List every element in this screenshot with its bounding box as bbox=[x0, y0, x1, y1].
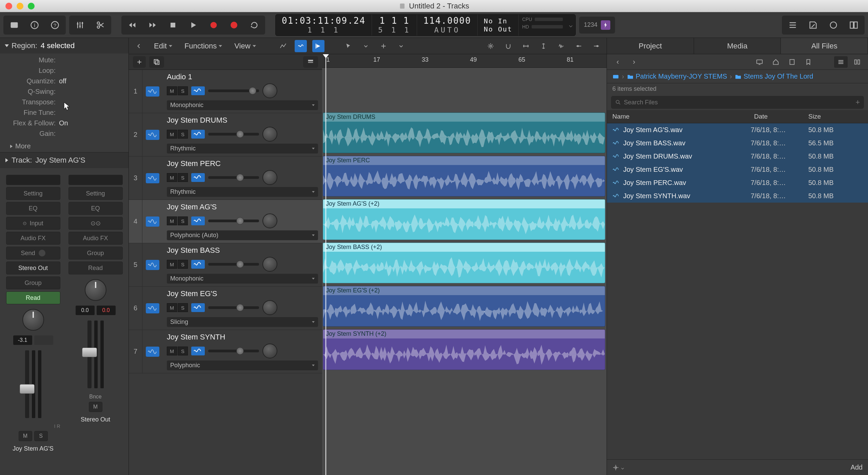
bookmark-icon[interactable] bbox=[802, 56, 815, 68]
lcd-display[interactable]: 01:03:11:09.24 1 1 1 1 1 1 5 1 1 114.000… bbox=[275, 14, 576, 36]
volume-slider[interactable] bbox=[208, 220, 259, 222]
capture-record-button[interactable] bbox=[224, 17, 244, 34]
v-zoom-slider-icon[interactable] bbox=[590, 40, 603, 52]
flex-enable-button[interactable] bbox=[191, 260, 205, 269]
mute-button[interactable]: M bbox=[167, 86, 177, 95]
setting-slot[interactable]: Setting bbox=[6, 187, 60, 200]
automation-mode-slot[interactable]: Read bbox=[6, 291, 60, 304]
solo-button[interactable]: S bbox=[34, 431, 48, 441]
flex-enable-button[interactable] bbox=[191, 347, 205, 355]
flex-enable-button[interactable] bbox=[191, 130, 205, 139]
region-disclosure[interactable]: Region: 4 selected bbox=[0, 38, 129, 54]
add-tool-icon[interactable] bbox=[377, 40, 390, 52]
fader[interactable] bbox=[13, 347, 54, 421]
project-icon[interactable] bbox=[785, 56, 799, 68]
chevron-down-icon[interactable] bbox=[360, 40, 372, 52]
mute-button[interactable]: M bbox=[19, 431, 32, 441]
view-menu[interactable]: View bbox=[231, 40, 259, 52]
nav-back-button[interactable]: ‹ bbox=[611, 56, 625, 68]
breadcrumb[interactable]: ›Patrick Mayberry-JOY STEMS›Stems Joy Of… bbox=[607, 70, 868, 83]
file-row[interactable]: Joy Stem PERC.wav 7/6/18, 8:… 50.8 MB bbox=[607, 176, 868, 189]
stereo-link-icon[interactable]: ⊙⊙ bbox=[68, 217, 123, 230]
group-slot[interactable]: Group bbox=[6, 276, 60, 289]
audio-region[interactable]: Joy Stem BASS (+2) bbox=[323, 243, 605, 283]
duplicate-track-button[interactable] bbox=[149, 56, 164, 68]
audio-region[interactable]: Joy Stem EG'S (+2) bbox=[323, 286, 605, 327]
pan-knob[interactable] bbox=[22, 309, 44, 331]
home-icon[interactable] bbox=[769, 56, 783, 68]
setting-slot[interactable]: Setting bbox=[68, 187, 123, 200]
fader[interactable] bbox=[75, 317, 116, 392]
browsers-button[interactable] bbox=[844, 17, 864, 34]
flex-mode-dropdown[interactable]: Polyphonic (Auto) bbox=[167, 230, 318, 240]
pointer-tool-icon[interactable] bbox=[342, 40, 354, 52]
waveform-zoom-icon[interactable] bbox=[555, 40, 567, 52]
file-row[interactable]: Joy Stem BASS.wav 7/6/18, 8:… 56.5 MB bbox=[607, 137, 868, 150]
file-row[interactable]: Joy Stem SYNTH.wav 7/6/18, 8:… 50.8 MB bbox=[607, 189, 868, 203]
solo-button[interactable]: S bbox=[178, 347, 188, 355]
library-button[interactable] bbox=[4, 17, 24, 34]
setting-slot[interactable] bbox=[6, 175, 60, 185]
forward-button[interactable] bbox=[143, 17, 162, 34]
file-row[interactable]: Joy Stem AG'S.wav 7/6/18, 8:… 50.8 MB bbox=[607, 123, 868, 137]
track-header[interactable]: 3 Joy Stem PERC MS Rhythmic bbox=[129, 157, 322, 200]
volume-slider[interactable] bbox=[208, 263, 259, 266]
inspector-param-row[interactable]: Q-Swing: bbox=[8, 86, 120, 97]
file-row[interactable]: Joy Stem DRUMS.wav 7/6/18, 8:… 50.8 MB bbox=[607, 150, 868, 163]
global-tracks-button[interactable] bbox=[303, 56, 318, 68]
volume-slider[interactable] bbox=[208, 176, 259, 179]
master-tempo-button[interactable]: 1234 bbox=[579, 17, 615, 34]
pan-knob[interactable] bbox=[262, 170, 277, 185]
flex-mode-dropdown[interactable]: Rhythmic bbox=[167, 144, 318, 153]
loops-button[interactable] bbox=[824, 17, 843, 34]
cycle-button[interactable] bbox=[244, 17, 264, 34]
track-header[interactable]: 2 Joy Stem DRUMS MS Rhythmic bbox=[129, 113, 322, 157]
flex-enable-button[interactable] bbox=[191, 86, 205, 95]
flex-mode-dropdown[interactable]: Monophonic bbox=[167, 100, 318, 110]
audio-region[interactable]: Joy Stem PERC bbox=[323, 156, 605, 197]
audio-region[interactable]: Joy Stem DRUMS bbox=[323, 112, 605, 153]
browser-tab[interactable]: Project bbox=[607, 38, 694, 54]
automation-mode-slot[interactable]: Read bbox=[68, 262, 123, 274]
mute-button[interactable]: M bbox=[167, 173, 177, 182]
volume-slider[interactable] bbox=[208, 350, 259, 352]
pan-knob[interactable] bbox=[262, 344, 277, 358]
inspector-param-row[interactable]: Gain: bbox=[8, 128, 120, 139]
ruler[interactable]: 11733496581 bbox=[322, 54, 607, 68]
output-slot[interactable]: Stereo Out bbox=[6, 262, 60, 274]
pan-knob[interactable] bbox=[262, 127, 277, 142]
file-header-row[interactable]: Name Date Size bbox=[607, 110, 868, 123]
browser-tab[interactable]: All Files bbox=[781, 38, 868, 54]
solo-button[interactable]: S bbox=[178, 216, 188, 225]
h-zoom-slider-icon[interactable] bbox=[573, 40, 585, 52]
playhead[interactable] bbox=[326, 54, 326, 475]
help-button[interactable]: ? bbox=[45, 17, 65, 34]
mute-button[interactable]: M bbox=[167, 260, 177, 269]
inspector-param-row[interactable]: Quantize: off bbox=[8, 76, 120, 86]
volume-slider[interactable] bbox=[208, 306, 259, 309]
volume-slider[interactable] bbox=[208, 89, 259, 92]
mute-button[interactable]: M bbox=[167, 130, 177, 139]
solo-button[interactable]: S bbox=[178, 303, 188, 312]
back-icon[interactable] bbox=[133, 40, 145, 52]
arrange-area[interactable]: 11733496581 Joy Stem DRUMS Joy Stem PERC… bbox=[322, 54, 607, 475]
pan-knob[interactable] bbox=[262, 300, 277, 315]
input-slot[interactable]: ⊙Input bbox=[6, 217, 60, 230]
flex-mode-dropdown[interactable]: Rhythmic bbox=[167, 187, 318, 197]
mixer-button[interactable] bbox=[70, 17, 90, 34]
bounce-label[interactable]: Bnce bbox=[89, 394, 101, 400]
search-input[interactable]: Search Files + bbox=[611, 96, 864, 109]
flex-mode-dropdown[interactable]: Slicing bbox=[167, 317, 318, 327]
zoom-h-icon[interactable] bbox=[520, 40, 532, 52]
more-disclosure[interactable]: More bbox=[0, 140, 129, 152]
pan-knob[interactable] bbox=[262, 83, 277, 98]
audio-region[interactable]: Joy Stem AG'S (+2) bbox=[323, 199, 605, 240]
add-track-button[interactable]: + bbox=[133, 56, 146, 68]
scissors-button[interactable] bbox=[91, 17, 110, 34]
breadcrumb-item[interactable]: Patrick Mayberry-JOY STEMS bbox=[627, 73, 727, 80]
audiofx-slot[interactable]: Audio FX bbox=[68, 232, 123, 245]
gear-icon[interactable] bbox=[485, 40, 497, 52]
column-view-button[interactable] bbox=[850, 56, 864, 68]
track-header[interactable]: 7 Joy Stem SYNTH MS Polyphonic bbox=[129, 330, 322, 373]
flex-mode-dropdown[interactable]: Polyphonic bbox=[167, 360, 318, 370]
